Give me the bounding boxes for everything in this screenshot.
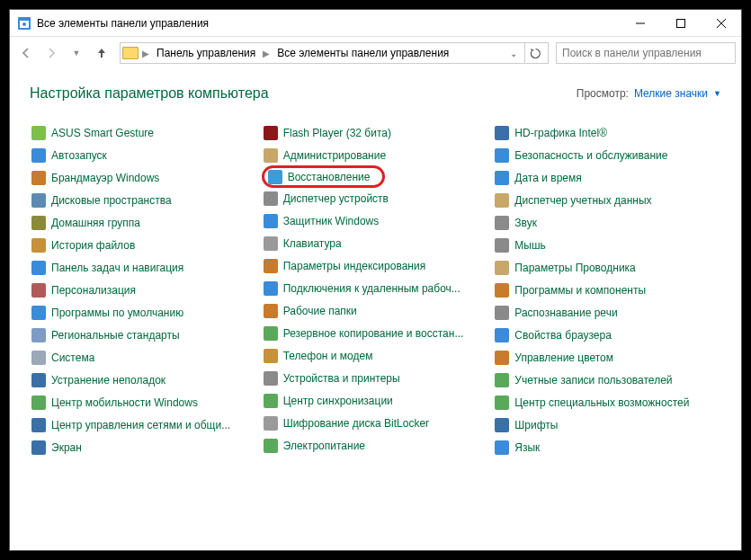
breadcrumb-2[interactable]: Все элементы панели управления	[273, 45, 452, 61]
item-autoplay-label: Автозапуск	[51, 149, 107, 162]
item-programs-features[interactable]: Программы и компоненты	[493, 279, 721, 301]
item-personalization-label: Персонализация	[51, 284, 136, 297]
breadcrumb-sep-icon: ▶	[261, 49, 272, 58]
item-admin-tools[interactable]: Администрирование	[262, 144, 490, 166]
address-bar[interactable]: ▶ Панель управления ▶ Все элементы панел…	[120, 42, 549, 64]
item-windows-defender[interactable]: Защитник Windows	[262, 209, 490, 232]
back-button[interactable]	[15, 42, 37, 64]
item-system[interactable]: Система	[30, 346, 258, 369]
item-remote-app[interactable]: Подключения к удаленным рабоч...	[262, 277, 490, 299]
item-bitlocker-label: Шифрование диска BitLocker	[283, 417, 429, 430]
item-work-folders[interactable]: Рабочие папки	[262, 299, 490, 322]
item-ease-of-access[interactable]: Центр специальных возможностей	[493, 391, 721, 413]
item-default-programs-icon	[31, 306, 46, 320]
item-personalization[interactable]: Персонализация	[30, 279, 258, 301]
item-indexing-label: Параметры индексирования	[283, 260, 425, 272]
item-file-history[interactable]: История файлов	[30, 234, 258, 256]
item-power-options[interactable]: Электропитание	[262, 434, 490, 457]
view-selector[interactable]: Просмотр: Мелкие значки ▼	[577, 87, 721, 100]
item-firewall[interactable]: Брандмауэр Windows	[30, 166, 258, 189]
item-phone-modem[interactable]: Телефон и модем	[262, 344, 490, 367]
item-date-time[interactable]: Дата и время	[493, 166, 721, 189]
item-power-options-label: Электропитание	[283, 440, 365, 452]
item-fonts-label: Шрифты	[514, 419, 558, 431]
item-windows-defender-label: Защитник Windows	[283, 215, 380, 227]
item-ease-of-access-label: Центр специальных возможностей	[514, 396, 689, 409]
item-region-icon	[31, 328, 46, 342]
item-devices-printers[interactable]: Устройства и принтеры	[262, 367, 490, 389]
item-mobility-center[interactable]: Центр мобильности Windows	[30, 391, 258, 413]
item-flash-player[interactable]: Flash Player (32 бита)	[262, 121, 490, 144]
item-asus-smart-gesture-icon	[31, 126, 46, 140]
item-taskbar[interactable]: Панель задач и навигация	[30, 256, 258, 279]
item-sync-center[interactable]: Центр синхронизации	[262, 389, 490, 412]
window-controls	[620, 10, 741, 36]
search-input[interactable]	[556, 42, 736, 64]
close-button[interactable]	[701, 10, 741, 36]
item-color-management[interactable]: Управление цветом	[493, 346, 721, 369]
svg-rect-4	[676, 19, 684, 27]
item-internet-options[interactable]: Свойства браузера	[493, 324, 721, 346]
item-personalization-icon	[31, 283, 46, 298]
forward-button[interactable]	[40, 42, 62, 64]
item-bitlocker[interactable]: Шифрование диска BitLocker	[262, 412, 490, 434]
item-recovery[interactable]: Восстановление	[262, 165, 386, 188]
control-panel-icon	[17, 16, 31, 31]
window-title: Все элементы панели управления	[37, 17, 620, 30]
item-programs-features-label: Программы и компоненты	[514, 284, 646, 297]
item-keyboard[interactable]: Клавиатура	[262, 232, 490, 254]
item-sound-label: Звук	[514, 217, 537, 229]
address-dropdown-icon[interactable]: ⌄	[505, 49, 523, 58]
item-asus-smart-gesture[interactable]: ASUS Smart Gesture	[30, 121, 258, 144]
items-column-3: HD-графика Intel®Безопасность и обслужив…	[493, 121, 721, 458]
item-user-accounts[interactable]: Учетные записи пользователей	[493, 369, 721, 391]
up-button[interactable]	[91, 42, 112, 64]
item-credential-manager[interactable]: Диспетчер учетных данных	[493, 189, 721, 211]
item-language[interactable]: Язык	[493, 436, 721, 458]
item-explorer-options[interactable]: Параметры Проводника	[493, 256, 721, 279]
item-security-maintenance-icon	[495, 148, 509, 163]
item-system-icon	[31, 351, 46, 365]
item-phone-modem-icon	[264, 349, 278, 363]
item-display[interactable]: Экран	[30, 436, 258, 458]
item-backup[interactable]: Резервное копирование и восстан...	[262, 322, 490, 344]
control-panel-window: Все элементы панели управления ▼ ▶	[9, 9, 742, 551]
item-troubleshooting[interactable]: Устранение неполадок	[30, 369, 258, 391]
item-network-center-label: Центр управления сетями и общи...	[51, 419, 230, 431]
maximize-button[interactable]	[660, 10, 701, 36]
item-intel-graphics[interactable]: HD-графика Intel®	[493, 121, 721, 144]
item-autoplay[interactable]: Автозапуск	[30, 144, 258, 166]
item-windows-defender-icon	[264, 214, 278, 228]
breadcrumb-1[interactable]: Панель управления	[153, 45, 259, 61]
item-storage-spaces[interactable]: Дисковые пространства	[30, 189, 258, 211]
item-speech[interactable]: Распознавание речи	[493, 301, 721, 324]
minimize-button[interactable]	[620, 10, 660, 36]
item-network-center[interactable]: Центр управления сетями и общи...	[30, 413, 258, 436]
item-sync-center-label: Центр синхронизации	[283, 395, 393, 407]
recent-locations-button[interactable]: ▼	[66, 42, 87, 64]
item-device-manager-label: Диспетчер устройств	[283, 192, 389, 205]
item-fonts[interactable]: Шрифты	[493, 413, 721, 436]
item-storage-spaces-label: Дисковые пространства	[51, 194, 172, 207]
item-asus-smart-gesture-label: ASUS Smart Gesture	[51, 127, 154, 139]
item-keyboard-icon	[264, 236, 278, 251]
item-mobility-center-icon	[31, 396, 46, 410]
item-remote-app-label: Подключения к удаленным рабоч...	[283, 282, 460, 295]
item-mouse[interactable]: Мышь	[493, 234, 721, 256]
item-troubleshooting-label: Устранение неполадок	[51, 374, 165, 387]
refresh-button[interactable]	[524, 43, 546, 63]
item-programs-features-icon	[495, 283, 509, 298]
item-troubleshooting-icon	[31, 373, 46, 387]
item-sound[interactable]: Звук	[493, 211, 721, 234]
item-admin-tools-icon	[264, 148, 278, 163]
item-homegroup[interactable]: Домашняя группа	[30, 211, 258, 234]
items-grid: ASUS Smart GestureАвтозапускБрандмауэр W…	[30, 121, 721, 458]
item-bitlocker-icon	[264, 416, 278, 431]
item-device-manager[interactable]: Диспетчер устройств	[262, 187, 490, 209]
item-default-programs[interactable]: Программы по умолчанию	[30, 301, 258, 324]
content-header: Настройка параметров компьютера Просмотр…	[30, 85, 721, 102]
item-security-maintenance[interactable]: Безопасность и обслуживание	[493, 144, 721, 166]
item-file-history-label: История файлов	[51, 239, 135, 252]
item-indexing[interactable]: Параметры индексирования	[262, 254, 490, 277]
item-region[interactable]: Региональные стандарты	[30, 324, 258, 346]
